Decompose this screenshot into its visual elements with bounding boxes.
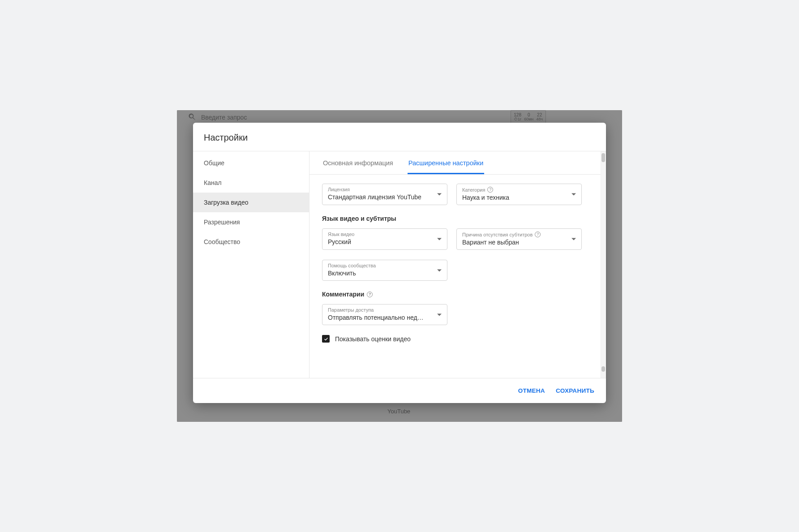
chevron-down-icon [437,193,442,196]
scrollbar-thumb[interactable] [601,153,605,162]
subtitle-reason-label: Причина отсутствия субтитров ? [462,232,576,237]
sidebar-item-community[interactable]: Сообщество [193,232,309,252]
community-help-select[interactable]: Помощь сообщества Включить [322,260,447,281]
video-language-label: Язык видео [328,232,442,237]
settings-content: Основная информация Расширенные настройк… [309,151,606,378]
cancel-button[interactable]: ОТМЕНА [516,385,547,397]
community-help-label: Помощь сообщества [328,263,442,268]
app-stage: Введите запрос 128⏱1r 060мн 2248ч о кана… [177,110,622,422]
settings-sidebar: Общие Канал Загрузка видео Разрешения Со… [193,151,309,378]
modal-body: Общие Канал Загрузка видео Разрешения Со… [193,151,606,378]
content-scroll-area[interactable]: Основная информация Расширенные настройк… [309,151,606,378]
sidebar-item-general[interactable]: Общие [193,153,309,173]
video-language-select[interactable]: Язык видео Русский [322,228,447,250]
category-value: Наука и техника [462,194,576,201]
help-icon[interactable]: ? [535,232,541,237]
access-params-label: Параметры доступа [328,307,442,313]
content-tabs: Основная информация Расширенные настройк… [309,151,606,175]
checkbox-checked-icon[interactable] [322,335,330,343]
subtitle-reason-value: Вариант не выбран [462,239,576,246]
category-label: Категория ? [462,187,576,193]
help-icon[interactable]: ? [367,292,373,297]
sidebar-item-permissions[interactable]: Разрешения [193,212,309,232]
tab-advanced-settings[interactable]: Расширенные настройки [408,151,485,174]
chevron-down-icon [437,313,442,316]
video-language-value: Русский [328,238,442,245]
chevron-down-icon [437,269,442,271]
scrollbar-thumb-lower[interactable] [601,366,605,372]
tab-basic-info[interactable]: Основная информация [322,151,394,174]
chevron-down-icon [571,193,576,196]
comments-section-heading: Комментарии ? [322,291,593,298]
modal-title: Настройки [204,133,595,143]
language-section-heading: Язык видео и субтитры [322,215,593,222]
license-value: Стандартная лицензия YouTube [328,193,442,201]
settings-modal: Настройки Общие Канал Загрузка видео Раз… [193,123,606,403]
scrollbar-track[interactable] [601,151,606,378]
license-select[interactable]: Лицензия Стандартная лицензия YouTube [322,184,447,205]
subtitle-reason-select[interactable]: Причина отсутствия субтитров ? Вариант н… [456,228,582,250]
sidebar-item-upload[interactable]: Загрузка видео [193,193,309,212]
access-params-value: Отправлять потенциально нед… [328,314,442,321]
chevron-down-icon [437,238,442,240]
access-params-select[interactable]: Параметры доступа Отправлять потенциальн… [322,304,447,325]
save-button[interactable]: СОХРАНИТЬ [554,385,596,397]
modal-header: Настройки [193,123,606,151]
modal-footer: ОТМЕНА СОХРАНИТЬ [193,378,606,403]
category-select[interactable]: Категория ? Наука и техника [456,184,582,205]
community-help-value: Включить [328,270,442,277]
show-ratings-label: Показывать оценки видео [335,335,411,343]
license-label: Лицензия [328,187,442,192]
sidebar-item-channel[interactable]: Канал [193,173,309,193]
chevron-down-icon [571,238,576,240]
show-ratings-checkbox-row[interactable]: Показывать оценки видео [322,335,593,343]
help-icon[interactable]: ? [487,187,493,193]
